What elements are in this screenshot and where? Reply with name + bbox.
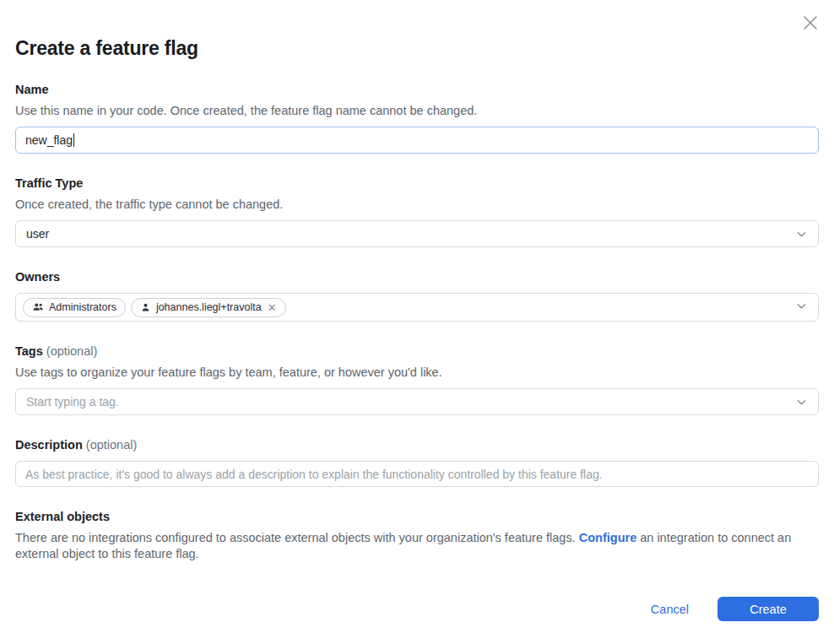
traffic-type-selected-value: user	[26, 227, 49, 241]
owner-chip-label: johannes.liegl+travolta	[156, 301, 262, 313]
description-label: Description (optional)	[15, 437, 819, 453]
name-label: Name	[15, 82, 819, 98]
chevron-down-icon	[795, 396, 808, 409]
dialog-title: Create a feature flag	[15, 37, 819, 60]
close-icon	[800, 13, 820, 35]
owners-field-group: Owners Administrators	[15, 269, 819, 322]
create-feature-flag-dialog: Create a feature flag Name Use this name…	[0, 37, 834, 621]
person-icon	[140, 302, 151, 313]
description-field-group: Description (optional) As best practice,…	[15, 437, 819, 487]
owner-chip-administrators[interactable]: Administrators	[23, 298, 126, 317]
owner-chip-label: Administrators	[49, 301, 116, 313]
cancel-button[interactable]: Cancel	[651, 603, 689, 616]
traffic-type-help-text: Once created, the traffic type cannot be…	[15, 197, 819, 213]
name-input[interactable]: new_flag	[15, 127, 819, 154]
owner-chip-user[interactable]: johannes.liegl+travolta ✕	[131, 298, 286, 317]
description-placeholder: As best practice, it's good to always ad…	[25, 468, 603, 481]
tags-placeholder: Start typing a tag.	[26, 395, 119, 409]
description-input[interactable]: As best practice, it's good to always ad…	[15, 461, 819, 487]
tags-field-group: Tags (optional) Use tags to organize you…	[15, 344, 819, 415]
owners-multiselect[interactable]: Administrators johannes.liegl+travolta ✕	[15, 293, 819, 322]
remove-owner-icon[interactable]: ✕	[268, 302, 277, 313]
configure-link[interactable]: Configure	[579, 531, 636, 544]
chevron-down-icon	[795, 228, 808, 241]
traffic-type-label: Traffic Type	[15, 176, 819, 192]
external-objects-text: There are no integrations configured to …	[15, 530, 819, 561]
traffic-type-field-group: Traffic Type Once created, the traffic t…	[15, 176, 819, 247]
tags-optional-hint: (optional)	[46, 344, 97, 358]
group-icon	[32, 301, 44, 313]
name-field-group: Name Use this name in your code. Once cr…	[15, 82, 819, 154]
external-objects-section: External objects There are no integratio…	[15, 509, 819, 561]
tags-help-text: Use tags to organize your feature flags …	[15, 365, 819, 381]
tags-input[interactable]: Start typing a tag.	[15, 388, 819, 415]
name-help-text: Use this name in your code. Once created…	[15, 103, 819, 119]
traffic-type-select[interactable]: user	[15, 220, 819, 247]
chevron-down-icon	[795, 300, 808, 316]
tags-label: Tags (optional)	[15, 344, 819, 360]
text-caret	[73, 133, 74, 147]
owners-label: Owners	[15, 269, 819, 285]
close-button[interactable]	[799, 13, 821, 35]
description-optional-hint: (optional)	[86, 438, 137, 452]
external-objects-label: External objects	[15, 509, 819, 525]
create-button[interactable]: Create	[718, 597, 819, 621]
name-input-value: new_flag	[25, 133, 73, 147]
dialog-footer: Cancel Create	[15, 597, 819, 621]
